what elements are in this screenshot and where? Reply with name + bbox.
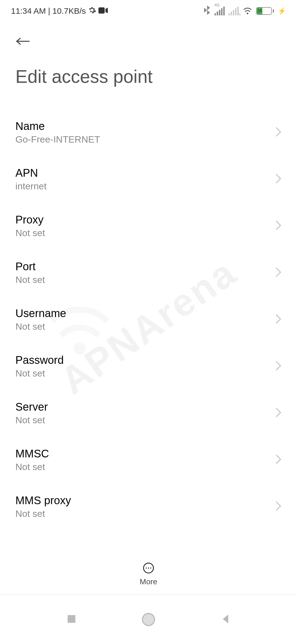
- setting-label: Port: [15, 260, 275, 273]
- setting-value: Not set: [15, 368, 275, 379]
- chevron-right-icon: [275, 313, 282, 326]
- setting-label: Proxy: [15, 214, 275, 226]
- fade-mask: [0, 534, 297, 556]
- setting-value: internet: [15, 181, 275, 192]
- setting-apn[interactable]: APN internet: [15, 156, 282, 203]
- setting-label: Username: [15, 307, 275, 320]
- setting-mmsc[interactable]: MMSC Not set: [15, 436, 282, 483]
- setting-value: Not set: [15, 321, 275, 332]
- wifi-icon: [243, 6, 252, 16]
- chevron-right-icon: [275, 454, 282, 466]
- chevron-right-icon: [275, 360, 282, 372]
- more-button[interactable]: More: [0, 555, 297, 586]
- setting-label: MMS proxy: [15, 494, 275, 507]
- svg-rect-6: [68, 615, 75, 623]
- more-icon: [142, 562, 155, 575]
- svg-rect-0: [98, 7, 105, 14]
- status-bar: 11:34 AM | 10.7KB/s 4G: [0, 0, 297, 22]
- setting-label: Server: [15, 401, 275, 413]
- more-label: More: [140, 577, 157, 586]
- setting-label: Password: [15, 354, 275, 366]
- setting-port[interactable]: Port Not set: [15, 249, 282, 296]
- setting-value: Not set: [15, 274, 275, 285]
- chevron-right-icon: [275, 407, 282, 419]
- chevron-right-icon: [275, 501, 282, 513]
- setting-proxy[interactable]: Proxy Not set: [15, 203, 282, 249]
- chevron-right-icon: [275, 220, 282, 232]
- signal-4g-icon: 4G: [215, 7, 225, 15]
- back-button[interactable]: [15, 33, 32, 50]
- chevron-right-icon: [275, 126, 282, 138]
- setting-value: Not set: [15, 508, 275, 519]
- svg-point-5: [150, 567, 151, 569]
- chevron-right-icon: [275, 173, 282, 185]
- setting-value: Not set: [15, 415, 275, 425]
- status-separator: |: [48, 6, 50, 16]
- bluetooth-icon: [204, 5, 211, 17]
- battery-icon: 38: [256, 7, 274, 15]
- setting-password[interactable]: Password Not set: [15, 343, 282, 390]
- nav-recent-button[interactable]: [65, 612, 78, 627]
- status-data-rate: 10.7KB/s: [53, 6, 86, 16]
- signal-nosim-icon: ✕: [229, 7, 239, 15]
- svg-point-4: [148, 567, 149, 569]
- setting-label: Name: [15, 120, 275, 132]
- charging-icon: ⚡: [278, 7, 286, 15]
- page-title: Edit access point: [15, 66, 282, 87]
- nav-home-button[interactable]: [142, 613, 155, 626]
- setting-name[interactable]: Name Go-Free-INTERNET: [15, 109, 282, 156]
- setting-username[interactable]: Username Not set: [15, 296, 282, 343]
- setting-label: APN: [15, 167, 275, 179]
- status-time: 11:34 AM: [11, 6, 46, 16]
- chevron-right-icon: [275, 267, 282, 279]
- svg-point-3: [146, 567, 147, 569]
- camera-icon: [98, 6, 108, 16]
- setting-value: Not set: [15, 228, 275, 238]
- setting-mms-proxy[interactable]: MMS proxy Not set: [15, 483, 282, 530]
- setting-value: Go-Free-INTERNET: [15, 134, 275, 145]
- navigation-bar: [0, 594, 297, 644]
- settings-list: Name Go-Free-INTERNET APN internet Proxy…: [0, 92, 297, 530]
- setting-value: Not set: [15, 462, 275, 472]
- setting-label: MMSC: [15, 447, 275, 460]
- setting-server[interactable]: Server Not set: [15, 390, 282, 436]
- gear-icon: [88, 6, 96, 16]
- nav-back-button[interactable]: [219, 612, 232, 627]
